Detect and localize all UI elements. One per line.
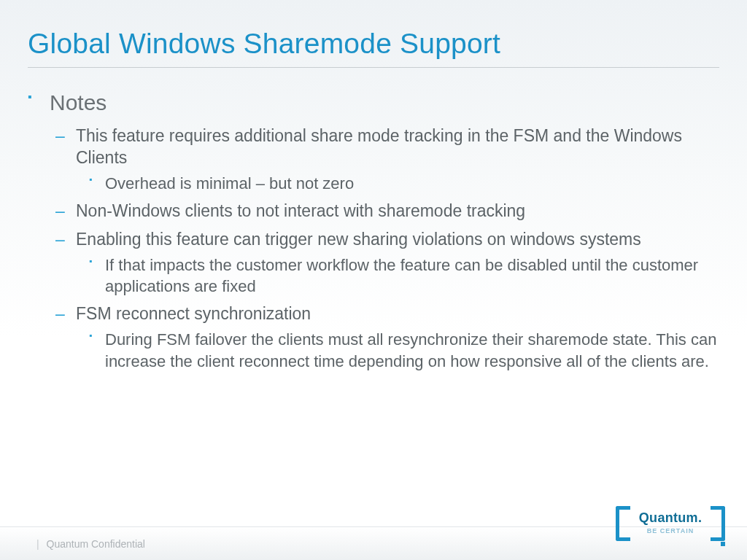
sub-bullet-text: During FSM failover the clients must all… (105, 330, 716, 370)
slide: Global Windows Sharemode Support Notes T… (0, 0, 747, 560)
quantum-logo: Quantum. BE CERTAIN (616, 505, 725, 547)
section-heading: Notes This feature requires additional s… (28, 88, 719, 372)
sub-bullet-text: If that impacts the customer workflow th… (105, 256, 698, 295)
logo-name: Quantum. (632, 510, 709, 526)
slide-content: Notes This feature requires additional s… (28, 88, 719, 372)
slide-title: Global Windows Sharemode Support (28, 28, 719, 68)
bullet-item: Enabling this feature can trigger new sh… (50, 228, 719, 297)
sub-bullet-item: Overhead is minimal – but not zero (76, 173, 719, 194)
footer-text: Quantum Confidential (47, 538, 145, 550)
sub-bullet-item: During FSM failover the clients must all… (76, 329, 719, 371)
bullet-text: FSM reconnect synchronization (76, 304, 311, 323)
footer-divider: | (36, 538, 39, 550)
sub-bullet-item: If that impacts the customer workflow th… (76, 254, 719, 297)
bracket-left-icon (616, 506, 630, 541)
bullet-item: This feature requires additional share m… (50, 125, 719, 195)
bracket-right-icon (711, 506, 725, 541)
bullet-item: Non-Windows clients to not interact with… (50, 200, 719, 222)
footer: | Quantum Confidential (36, 538, 145, 550)
logo-text: Quantum. BE CERTAIN (632, 510, 709, 534)
bullet-item: FSM reconnect synchronization During FSM… (50, 303, 719, 371)
bullet-text: This feature requires additional share m… (76, 126, 682, 167)
logo-tagline: BE CERTAIN (632, 527, 709, 534)
bullet-text: Non-Windows clients to not interact with… (76, 201, 525, 220)
section-heading-text: Notes (50, 90, 107, 114)
bullet-text: Enabling this feature can trigger new sh… (76, 230, 641, 249)
sub-bullet-text: Overhead is minimal – but not zero (105, 174, 354, 192)
